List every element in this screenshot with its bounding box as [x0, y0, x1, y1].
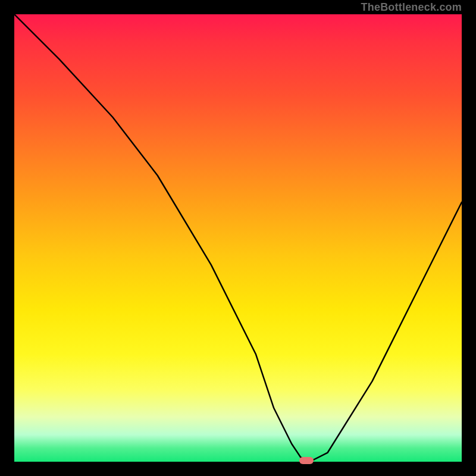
bottleneck-curve [14, 14, 462, 462]
chart-frame: TheBottleneck.com [0, 0, 476, 476]
watermark-text: TheBottleneck.com [361, 1, 462, 14]
plot-area [13, 13, 463, 463]
optimum-marker [299, 457, 314, 464]
curve-path [14, 14, 462, 462]
